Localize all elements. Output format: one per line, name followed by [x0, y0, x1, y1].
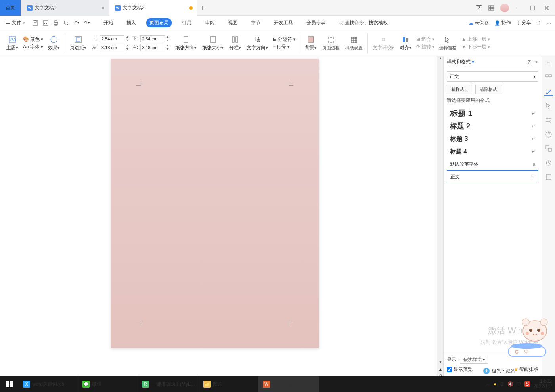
- close-icon[interactable]: ×: [101, 5, 105, 11]
- taskbar-item[interactable]: Xword关键词.xls: [19, 376, 78, 392]
- ribbon-tab-4[interactable]: 审阅: [202, 18, 218, 27]
- breaks-button[interactable]: ⊟分隔符▾: [273, 36, 296, 43]
- vertical-scrollbar[interactable]: ▲ ▼ ▲○▼: [437, 56, 443, 376]
- sidebar-proof-icon[interactable]: [544, 173, 553, 182]
- style-item[interactable]: 标题 3↵: [447, 132, 538, 145]
- unsaved-button[interactable]: ☁未保存: [469, 19, 489, 26]
- stepper-up-icon[interactable]: ▲: [125, 44, 129, 48]
- tab-home[interactable]: 首页: [0, 0, 21, 16]
- maximize-button[interactable]: [527, 3, 538, 13]
- taskbar-item[interactable]: 💬微信: [78, 376, 138, 392]
- scroll-up-icon[interactable]: ▲: [437, 56, 444, 63]
- smart-layout-button[interactable]: ♛智能排版: [514, 366, 538, 373]
- background-button[interactable]: 背景▾: [302, 31, 319, 55]
- collab-button[interactable]: 👤协作: [494, 19, 511, 26]
- tray-display-icon[interactable]: 🖥: [500, 381, 504, 387]
- color-button[interactable]: 🎨颜色▾: [23, 36, 43, 43]
- theme-button[interactable]: Aa主题▾: [4, 31, 21, 55]
- sidebar-help-icon[interactable]: ?: [544, 130, 553, 139]
- align-button[interactable]: 对齐▾: [397, 31, 414, 55]
- undo-icon[interactable]: ↶▾: [73, 19, 80, 27]
- movedown-button[interactable]: ▼下移一层▾: [461, 44, 490, 50]
- page[interactable]: [111, 59, 319, 348]
- sidebar-select-icon[interactable]: [544, 101, 553, 110]
- collapse-ribbon-icon[interactable]: ︿: [547, 19, 552, 26]
- tray-chevron-icon[interactable]: ︿: [486, 381, 490, 388]
- style-item[interactable]: 标题 2↵: [447, 120, 538, 132]
- margin-top-field[interactable]: 上:▲▼: [92, 35, 129, 42]
- wrap-button[interactable]: 文字环绕▾: [370, 31, 396, 55]
- ribbon-tab-5[interactable]: 视图: [225, 18, 241, 27]
- moveup-button[interactable]: ▲上移一层▾: [461, 36, 490, 43]
- ribbon-tab-0[interactable]: 开始: [100, 18, 116, 27]
- stepper-up-icon[interactable]: ▲: [166, 35, 170, 39]
- sidebar-settings-icon[interactable]: [544, 116, 553, 124]
- margin-right-input[interactable]: [140, 44, 165, 51]
- minimize-button[interactable]: [513, 3, 523, 13]
- preview-check-input[interactable]: [447, 367, 452, 372]
- margin-left-input[interactable]: [100, 44, 124, 51]
- tab-doc2[interactable]: W 文字文稿2: [109, 0, 197, 16]
- print-icon[interactable]: [52, 19, 60, 27]
- ribbon-tab-7[interactable]: 开发工具: [271, 18, 296, 27]
- sidebar-gallery-icon[interactable]: [544, 73, 553, 82]
- save-icon[interactable]: [31, 19, 39, 27]
- file-menu[interactable]: 文件 ▾: [3, 19, 27, 27]
- margin-top-input[interactable]: [100, 35, 124, 42]
- show-combo[interactable]: 有效样式 ▾: [460, 356, 488, 364]
- close-button[interactable]: [542, 3, 552, 13]
- style-item[interactable]: 标题 4↵: [447, 145, 538, 158]
- document-area[interactable]: [0, 56, 437, 376]
- margin-bottom-input[interactable]: [140, 35, 165, 42]
- close-icon[interactable]: ✕: [534, 59, 538, 65]
- footer-link[interactable]: 极光下载站: [483, 367, 515, 375]
- current-style-combo[interactable]: 正文▾: [447, 71, 538, 82]
- panel-title[interactable]: 样式和格式 ▾: [447, 59, 474, 65]
- search-box[interactable]: 查找命令、搜索模板: [338, 19, 388, 26]
- style-item[interactable]: 默认段落字体a: [447, 158, 538, 170]
- scale-indicator[interactable]: 2: [476, 5, 482, 10]
- print-preview-icon[interactable]: [62, 19, 70, 27]
- stepper-up-icon[interactable]: ▲: [166, 44, 170, 48]
- margin-right-field[interactable]: 右:▲▼: [132, 44, 170, 51]
- stepper-down-icon[interactable]: ▼: [166, 39, 170, 42]
- rotate-button[interactable]: ⟳旋转▾: [416, 44, 434, 50]
- ribbon-tab-2[interactable]: 页面布局: [146, 18, 172, 27]
- paper-button[interactable]: 稿纸设置: [343, 31, 365, 55]
- taskbar-item[interactable]: R一键排版助手(MyE...: [138, 376, 199, 392]
- margin-bottom-field[interactable]: 下:▲▼: [132, 35, 170, 42]
- margin-button[interactable]: 页边距▾: [67, 31, 89, 55]
- ribbon-tab-6[interactable]: 章节: [248, 18, 264, 27]
- sidebar-styles-icon[interactable]: [544, 87, 553, 96]
- stepper-down-icon[interactable]: ▼: [125, 39, 129, 42]
- ribbon-tab-8[interactable]: 会员专享: [303, 18, 329, 27]
- redo-icon[interactable]: ↷▾: [83, 19, 91, 27]
- sidebar-translate-icon[interactable]: [544, 144, 553, 153]
- effect-button[interactable]: 效果▾: [46, 31, 62, 55]
- tray-clock[interactable]: 14:022022/11/: [533, 379, 552, 389]
- tab-doc1[interactable]: W 文字文稿1 ×: [21, 0, 109, 16]
- new-tab-button[interactable]: +: [197, 4, 209, 11]
- avatar[interactable]: [500, 4, 509, 12]
- pageborder-button[interactable]: 页面边框: [320, 31, 342, 55]
- scroll-down-icon[interactable]: ▼: [437, 360, 444, 367]
- preview-checkbox[interactable]: 显示预览: [447, 366, 473, 373]
- stepper-up-icon[interactable]: ▲: [125, 35, 129, 39]
- columns-button[interactable]: 分栏▾: [227, 31, 243, 55]
- scroll-nav[interactable]: ▲○▼: [437, 367, 444, 376]
- pin-icon[interactable]: ⊼: [528, 59, 531, 65]
- apps-icon[interactable]: [486, 3, 496, 13]
- papersize-button[interactable]: 纸张大小▾: [200, 31, 226, 55]
- font-button[interactable]: Aa字体▾: [23, 44, 43, 50]
- save-as-icon[interactable]: [42, 19, 50, 27]
- lineno-button[interactable]: ≡行号▾: [273, 44, 296, 50]
- ribbon-tab-3[interactable]: 引用: [179, 18, 195, 27]
- tray-volume-icon[interactable]: 🔇: [507, 381, 513, 387]
- clear-format-button[interactable]: 清除格式: [475, 85, 501, 94]
- tray-ime[interactable]: 中: [517, 381, 521, 388]
- tray-sogou-icon[interactable]: S: [524, 381, 530, 387]
- margin-left-field[interactable]: 左:▲▼: [92, 44, 129, 51]
- ribbon-tab-1[interactable]: 插入: [123, 18, 139, 27]
- new-style-button[interactable]: 新样式...: [447, 85, 472, 94]
- share-button[interactable]: ⇧分享: [517, 19, 531, 26]
